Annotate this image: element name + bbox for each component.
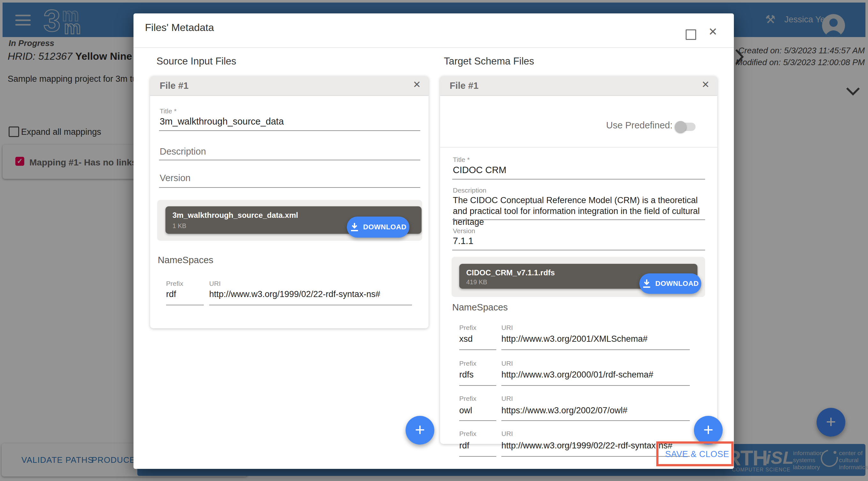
target-ns-prefix-input[interactable]: rdf <box>459 441 469 451</box>
source-title-input[interactable]: 3m_walkthrough_source_data <box>160 116 284 127</box>
source-namespaces-heading: NameSpaces <box>158 255 213 265</box>
maximize-icon[interactable] <box>686 29 696 40</box>
download-icon <box>642 279 651 289</box>
target-ns-prefix-input[interactable]: owl <box>459 405 472 416</box>
target-card-header: File #1 ✕ <box>440 76 717 96</box>
target-card-title: File #1 <box>450 81 478 91</box>
target-file-card: File #1 ✕ Use Predefined: Title * CIDOC … <box>440 76 717 444</box>
target-version-input[interactable]: 7.1.1 <box>453 236 474 246</box>
target-description-label: Description <box>453 186 486 194</box>
target-namespaces-heading: NameSpaces <box>452 302 508 313</box>
target-title-label: Title * <box>453 156 470 163</box>
source-version-input[interactable]: Version <box>160 173 191 183</box>
source-file-chip-box: 3m_walkthrough_source_data.xml 1 KB DOWN… <box>157 200 422 241</box>
header-divider <box>133 47 734 48</box>
source-card-title: File #1 <box>160 81 188 91</box>
target-ns-prefix-input[interactable]: rdfs <box>459 370 474 380</box>
target-file-chip-box: CIDOC_CRM_v7.1.1.rdfs 419 KB DOWNLOAD <box>452 257 705 297</box>
use-predefined-label: Use Predefined: <box>606 120 673 131</box>
target-files-heading: Target Schema Files <box>444 56 534 67</box>
source-ns-prefix-input[interactable]: rdf <box>166 289 176 299</box>
source-download-button[interactable]: DOWNLOAD <box>347 216 409 238</box>
highlight-annotation-box <box>656 442 734 466</box>
source-files-heading: Source Input Files <box>156 56 236 67</box>
add-target-file-fab[interactable]: + <box>694 416 723 445</box>
target-file-size: 419 KB <box>466 278 487 286</box>
dialog-title: Files' Metadata <box>145 22 214 33</box>
target-ns-uri-input[interactable]: http://www.w3.org/1999/02/22-rdf-syntax-… <box>501 441 673 451</box>
remove-target-file-icon[interactable]: ✕ <box>702 80 710 89</box>
target-download-button[interactable]: DOWNLOAD <box>639 273 701 294</box>
source-file-size: 1 KB <box>173 222 186 230</box>
source-description-input[interactable]: Description <box>160 146 206 157</box>
target-ns-prefix-input[interactable]: xsd <box>459 334 473 344</box>
target-ns-uri-input[interactable]: https://www.w3.org/2002/07/owl# <box>501 405 627 416</box>
source-card-header: File #1 ✕ <box>150 76 429 96</box>
source-file-name: 3m_walkthrough_source_data.xml <box>173 211 298 220</box>
files-metadata-dialog: Files' Metadata ✕ Source Input Files Fil… <box>133 13 734 469</box>
close-icon[interactable]: ✕ <box>708 26 718 37</box>
source-file-card: File #1 ✕ Title * 3m_walkthrough_source_… <box>150 76 429 328</box>
add-source-file-fab[interactable]: + <box>406 416 434 445</box>
target-file-name: CIDOC_CRM_v7.1.1.rdfs <box>466 268 555 277</box>
target-ns-uri-input[interactable]: http://www.w3.org/2001/XMLSchema# <box>501 334 648 344</box>
screen: 3 m m ⚒ Jessica Ye In Progress HRID: 512… <box>0 0 868 481</box>
target-description-input[interactable]: The CIDOC Conceptual Reference Model (CR… <box>453 195 710 228</box>
download-icon <box>350 222 359 232</box>
target-title-input[interactable]: CIDOC CRM <box>453 165 506 175</box>
target-ns-uri-input[interactable]: http://www.w3.org/2000/01/rdf-schema# <box>501 370 653 380</box>
source-ns-uri-input[interactable]: http://www.w3.org/1999/02/22-rdf-syntax-… <box>209 289 380 299</box>
remove-source-file-icon[interactable]: ✕ <box>413 80 421 89</box>
target-version-label: Version <box>453 227 475 235</box>
use-predefined-toggle-thumb[interactable] <box>675 121 686 132</box>
source-title-label: Title * <box>160 107 177 115</box>
